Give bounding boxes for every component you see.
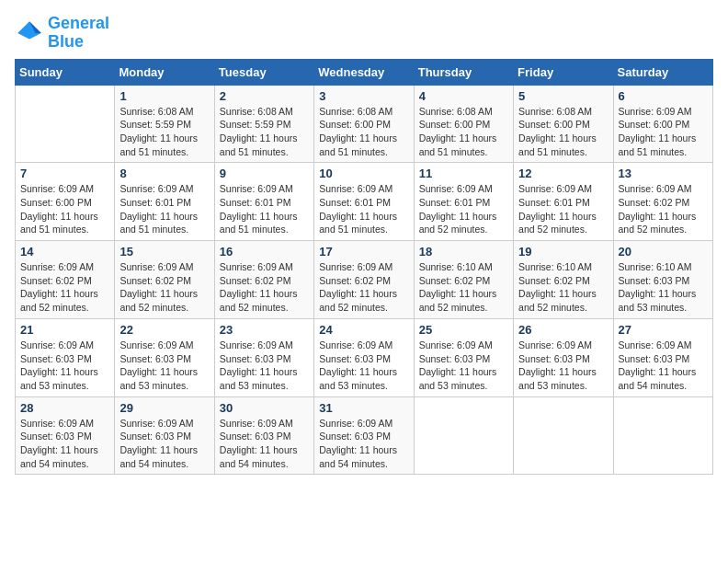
day-info-19: Sunrise: 6:10 AM Sunset: 6:02 PM Dayligh… [518,260,608,315]
day-info-26: Sunrise: 6:09 AM Sunset: 6:03 PM Dayligh… [518,339,608,393]
weekday-header-row: SundayMondayTuesdayWednesdayThursdayFrid… [16,59,713,85]
day-info-31: Sunrise: 6:09 AM Sunset: 6:03 PM Dayligh… [319,417,408,471]
day-info-24: Sunrise: 6:09 AM Sunset: 6:03 PM Dayligh… [319,339,408,393]
day-cell-4: 4Sunrise: 6:08 AM Sunset: 6:00 PM Daylig… [414,85,513,163]
day-info-30: Sunrise: 6:09 AM Sunset: 6:03 PM Dayligh… [220,417,309,471]
day-number-7: 7 [20,167,109,180]
day-number-4: 4 [419,89,508,103]
day-number-30: 30 [220,401,309,415]
day-cell-21: 21Sunrise: 6:09 AM Sunset: 6:03 PM Dayli… [16,318,115,396]
day-cell-20: 20Sunrise: 6:10 AM Sunset: 6:03 PM Dayli… [613,241,712,319]
day-info-14: Sunrise: 6:09 AM Sunset: 6:02 PM Dayligh… [20,260,109,315]
day-info-15: Sunrise: 6:09 AM Sunset: 6:02 PM Dayligh… [119,260,209,315]
day-cell-9: 9Sunrise: 6:09 AM Sunset: 6:01 PM Daylig… [214,163,313,241]
day-cell-23: 23Sunrise: 6:09 AM Sunset: 6:03 PM Dayli… [214,318,313,396]
day-number-11: 11 [419,167,508,180]
day-info-8: Sunrise: 6:09 AM Sunset: 6:01 PM Dayligh… [119,182,209,236]
day-cell-15: 15Sunrise: 6:09 AM Sunset: 6:02 PM Dayli… [115,241,214,319]
day-info-6: Sunrise: 6:09 AM Sunset: 6:00 PM Dayligh… [619,105,708,159]
day-number-9: 9 [220,167,309,180]
day-number-29: 29 [119,401,209,415]
day-number-24: 24 [319,323,408,337]
day-number-1: 1 [119,89,209,103]
logo-blue: Blue [48,32,84,51]
day-number-19: 19 [518,245,608,259]
weekday-header-wednesday: Wednesday [314,59,414,85]
day-cell-5: 5Sunrise: 6:08 AM Sunset: 6:00 PM Daylig… [514,85,613,163]
weekday-header-monday: Monday [115,59,214,85]
day-cell-11: 11Sunrise: 6:09 AM Sunset: 6:01 PM Dayli… [414,163,513,241]
calendar-row-1: 7Sunrise: 6:09 AM Sunset: 6:00 PM Daylig… [16,163,713,241]
logo-icon [15,18,44,48]
day-number-12: 12 [518,167,608,180]
weekday-header-thursday: Thursday [414,59,513,85]
day-cell-13: 13Sunrise: 6:09 AM Sunset: 6:02 PM Dayli… [613,163,712,241]
day-info-11: Sunrise: 6:09 AM Sunset: 6:01 PM Dayligh… [419,182,508,236]
day-info-18: Sunrise: 6:10 AM Sunset: 6:02 PM Dayligh… [419,260,508,315]
day-number-20: 20 [619,245,708,259]
day-info-2: Sunrise: 6:08 AM Sunset: 5:59 PM Dayligh… [220,105,309,159]
day-number-15: 15 [119,245,209,259]
day-cell-27: 27Sunrise: 6:09 AM Sunset: 6:03 PM Dayli… [613,318,712,396]
day-cell-24: 24Sunrise: 6:09 AM Sunset: 6:03 PM Dayli… [314,318,414,396]
day-cell-26: 26Sunrise: 6:09 AM Sunset: 6:03 PM Dayli… [514,318,613,396]
day-number-21: 21 [20,323,109,337]
day-cell-2: 2Sunrise: 6:08 AM Sunset: 5:59 PM Daylig… [214,85,313,163]
day-info-21: Sunrise: 6:09 AM Sunset: 6:03 PM Dayligh… [20,339,109,393]
day-number-8: 8 [119,167,209,180]
day-number-28: 28 [20,401,109,415]
day-cell-12: 12Sunrise: 6:09 AM Sunset: 6:01 PM Dayli… [514,163,613,241]
weekday-header-friday: Friday [514,59,613,85]
logo-general: General [48,14,109,32]
day-cell-3: 3Sunrise: 6:08 AM Sunset: 6:00 PM Daylig… [314,85,414,163]
day-info-27: Sunrise: 6:09 AM Sunset: 6:03 PM Dayligh… [619,339,708,393]
day-info-16: Sunrise: 6:09 AM Sunset: 6:02 PM Dayligh… [220,260,309,315]
day-cell-19: 19Sunrise: 6:10 AM Sunset: 6:02 PM Dayli… [514,241,613,319]
empty-cell [414,396,513,475]
empty-cell [16,85,115,163]
day-cell-29: 29Sunrise: 6:09 AM Sunset: 6:03 PM Dayli… [115,396,214,475]
day-number-16: 16 [220,245,309,259]
day-info-9: Sunrise: 6:09 AM Sunset: 6:01 PM Dayligh… [220,182,309,236]
day-number-10: 10 [319,167,408,180]
day-info-28: Sunrise: 6:09 AM Sunset: 6:03 PM Dayligh… [20,417,109,471]
day-cell-8: 8Sunrise: 6:09 AM Sunset: 6:01 PM Daylig… [115,163,214,241]
day-info-20: Sunrise: 6:10 AM Sunset: 6:03 PM Dayligh… [619,260,708,315]
day-info-17: Sunrise: 6:09 AM Sunset: 6:02 PM Dayligh… [319,260,408,315]
day-number-3: 3 [319,89,408,103]
day-cell-22: 22Sunrise: 6:09 AM Sunset: 6:03 PM Dayli… [115,318,214,396]
day-number-13: 13 [619,167,708,180]
day-info-12: Sunrise: 6:09 AM Sunset: 6:01 PM Dayligh… [518,182,608,236]
day-info-25: Sunrise: 6:09 AM Sunset: 6:03 PM Dayligh… [419,339,508,393]
day-info-7: Sunrise: 6:09 AM Sunset: 6:00 PM Dayligh… [20,182,109,236]
calendar-table: SundayMondayTuesdayWednesdayThursdayFrid… [15,59,713,476]
day-number-6: 6 [619,89,708,103]
day-info-4: Sunrise: 6:08 AM Sunset: 6:00 PM Dayligh… [419,105,508,159]
calendar-row-2: 14Sunrise: 6:09 AM Sunset: 6:02 PM Dayli… [16,241,713,319]
logo-text: General Blue [48,15,109,52]
day-number-18: 18 [419,245,508,259]
calendar-body: 1Sunrise: 6:08 AM Sunset: 5:59 PM Daylig… [16,85,713,475]
day-cell-25: 25Sunrise: 6:09 AM Sunset: 6:03 PM Dayli… [414,318,513,396]
day-info-23: Sunrise: 6:09 AM Sunset: 6:03 PM Dayligh… [220,339,309,393]
day-cell-6: 6Sunrise: 6:09 AM Sunset: 6:00 PM Daylig… [613,85,712,163]
day-number-5: 5 [518,89,608,103]
day-number-25: 25 [419,323,508,337]
day-cell-17: 17Sunrise: 6:09 AM Sunset: 6:02 PM Dayli… [314,241,414,319]
day-cell-10: 10Sunrise: 6:09 AM Sunset: 6:01 PM Dayli… [314,163,414,241]
day-cell-28: 28Sunrise: 6:09 AM Sunset: 6:03 PM Dayli… [16,396,115,475]
day-number-2: 2 [220,89,309,103]
calendar-row-3: 21Sunrise: 6:09 AM Sunset: 6:03 PM Dayli… [16,318,713,396]
empty-cell [514,396,613,475]
page-header: General Blue [15,15,713,52]
day-info-3: Sunrise: 6:08 AM Sunset: 6:00 PM Dayligh… [319,105,408,159]
day-cell-30: 30Sunrise: 6:09 AM Sunset: 6:03 PM Dayli… [214,396,313,475]
day-info-29: Sunrise: 6:09 AM Sunset: 6:03 PM Dayligh… [119,417,209,471]
day-cell-18: 18Sunrise: 6:10 AM Sunset: 6:02 PM Dayli… [414,241,513,319]
calendar-row-4: 28Sunrise: 6:09 AM Sunset: 6:03 PM Dayli… [16,396,713,475]
calendar-header: SundayMondayTuesdayWednesdayThursdayFrid… [16,59,713,85]
day-cell-7: 7Sunrise: 6:09 AM Sunset: 6:00 PM Daylig… [16,163,115,241]
calendar-row-0: 1Sunrise: 6:08 AM Sunset: 5:59 PM Daylig… [16,85,713,163]
day-cell-1: 1Sunrise: 6:08 AM Sunset: 5:59 PM Daylig… [115,85,214,163]
weekday-header-sunday: Sunday [16,59,115,85]
